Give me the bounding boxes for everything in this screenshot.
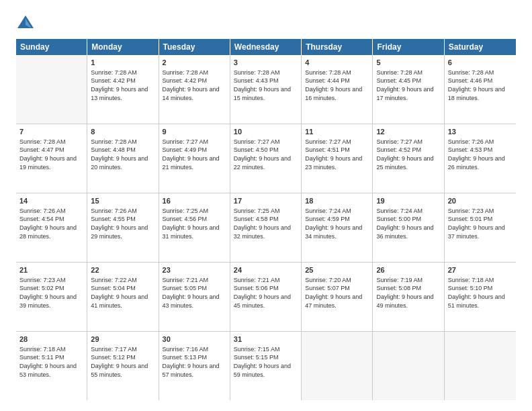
day-number: 7 <box>19 127 83 137</box>
day-header-saturday: Saturday <box>445 39 516 55</box>
day-number: 1 <box>91 58 154 68</box>
day-number: 28 <box>19 334 83 345</box>
day-cell-30: 30Sunrise: 7:16 AMSunset: 5:13 PMDayligh… <box>159 332 230 400</box>
day-cell-14: 14Sunrise: 7:26 AMSunset: 4:54 PMDayligh… <box>16 193 87 262</box>
day-info: Sunrise: 7:27 AMSunset: 4:49 PMDaylight:… <box>163 138 226 171</box>
calendar-week-4: 21Sunrise: 7:23 AMSunset: 5:02 PMDayligh… <box>16 263 516 332</box>
day-info: Sunrise: 7:28 AMSunset: 4:43 PMDaylight:… <box>234 68 298 102</box>
day-number: 20 <box>448 196 513 206</box>
day-number: 15 <box>91 196 154 206</box>
day-number: 17 <box>234 196 298 206</box>
day-number: 29 <box>91 334 154 345</box>
day-number: 2 <box>163 58 226 68</box>
day-number: 30 <box>163 334 226 345</box>
day-cell-31: 31Sunrise: 7:15 AMSunset: 5:15 PMDayligh… <box>230 332 302 400</box>
day-header-thursday: Thursday <box>302 39 373 55</box>
day-cell-9: 9Sunrise: 7:27 AMSunset: 4:49 PMDaylight… <box>159 124 230 193</box>
day-number: 3 <box>234 58 298 68</box>
day-cell-5: 5Sunrise: 7:28 AMSunset: 4:45 PMDaylight… <box>373 55 444 124</box>
day-info: Sunrise: 7:26 AMSunset: 4:55 PMDaylight:… <box>91 207 154 240</box>
day-number: 31 <box>234 334 298 345</box>
logo-icon <box>16 13 35 32</box>
day-info: Sunrise: 7:28 AMSunset: 4:44 PMDaylight:… <box>305 68 369 102</box>
calendar-week-1: 1Sunrise: 7:28 AMSunset: 4:42 PMDaylight… <box>16 55 516 124</box>
day-info: Sunrise: 7:24 AMSunset: 4:59 PMDaylight:… <box>305 207 369 240</box>
day-cell-11: 11Sunrise: 7:27 AMSunset: 4:51 PMDayligh… <box>302 124 373 193</box>
day-number: 25 <box>305 265 369 275</box>
day-info: Sunrise: 7:28 AMSunset: 4:47 PMDaylight:… <box>19 138 83 171</box>
day-cell-7: 7Sunrise: 7:28 AMSunset: 4:47 PMDaylight… <box>16 124 87 193</box>
day-header-wednesday: Wednesday <box>230 39 302 55</box>
day-number: 22 <box>91 265 154 275</box>
day-header-friday: Friday <box>373 39 444 55</box>
day-info: Sunrise: 7:23 AMSunset: 5:01 PMDaylight:… <box>448 207 513 240</box>
day-cell-3: 3Sunrise: 7:28 AMSunset: 4:43 PMDaylight… <box>230 55 302 124</box>
day-info: Sunrise: 7:23 AMSunset: 5:02 PMDaylight:… <box>19 276 83 310</box>
day-info: Sunrise: 7:16 AMSunset: 5:13 PMDaylight:… <box>163 345 226 379</box>
day-cell-26: 26Sunrise: 7:19 AMSunset: 5:08 PMDayligh… <box>373 263 444 331</box>
header <box>16 13 516 32</box>
day-info: Sunrise: 7:21 AMSunset: 5:06 PMDaylight:… <box>234 276 298 310</box>
day-cell-24: 24Sunrise: 7:21 AMSunset: 5:06 PMDayligh… <box>230 263 302 331</box>
empty-cell <box>302 332 373 400</box>
day-number: 23 <box>163 265 226 275</box>
day-cell-17: 17Sunrise: 7:25 AMSunset: 4:58 PMDayligh… <box>230 193 302 262</box>
page: SundayMondayTuesdayWednesdayThursdayFrid… <box>0 0 532 411</box>
day-number: 10 <box>234 127 298 137</box>
day-info: Sunrise: 7:25 AMSunset: 4:56 PMDaylight:… <box>163 207 226 240</box>
day-cell-10: 10Sunrise: 7:27 AMSunset: 4:50 PMDayligh… <box>230 124 302 193</box>
day-cell-13: 13Sunrise: 7:26 AMSunset: 4:53 PMDayligh… <box>445 124 516 193</box>
day-info: Sunrise: 7:19 AMSunset: 5:08 PMDaylight:… <box>376 276 440 310</box>
empty-cell <box>373 332 444 400</box>
day-cell-8: 8Sunrise: 7:28 AMSunset: 4:48 PMDaylight… <box>87 124 159 193</box>
calendar-week-3: 14Sunrise: 7:26 AMSunset: 4:54 PMDayligh… <box>16 193 516 263</box>
day-cell-4: 4Sunrise: 7:28 AMSunset: 4:44 PMDaylight… <box>302 55 373 124</box>
day-number: 13 <box>448 127 513 137</box>
day-number: 24 <box>234 265 298 275</box>
day-header-tuesday: Tuesday <box>159 39 230 55</box>
day-cell-15: 15Sunrise: 7:26 AMSunset: 4:55 PMDayligh… <box>87 193 159 262</box>
day-cell-22: 22Sunrise: 7:22 AMSunset: 5:04 PMDayligh… <box>87 263 159 331</box>
day-info: Sunrise: 7:26 AMSunset: 4:53 PMDaylight:… <box>448 138 513 171</box>
day-info: Sunrise: 7:27 AMSunset: 4:52 PMDaylight:… <box>376 138 440 171</box>
day-info: Sunrise: 7:28 AMSunset: 4:42 PMDaylight:… <box>163 68 226 102</box>
day-info: Sunrise: 7:26 AMSunset: 4:54 PMDaylight:… <box>19 207 83 240</box>
logo <box>16 13 38 32</box>
day-number: 21 <box>19 265 83 275</box>
day-cell-18: 18Sunrise: 7:24 AMSunset: 4:59 PMDayligh… <box>302 193 373 262</box>
day-cell-23: 23Sunrise: 7:21 AMSunset: 5:05 PMDayligh… <box>159 263 230 331</box>
day-info: Sunrise: 7:18 AMSunset: 5:11 PMDaylight:… <box>19 345 83 379</box>
day-info: Sunrise: 7:24 AMSunset: 5:00 PMDaylight:… <box>376 207 440 240</box>
day-cell-28: 28Sunrise: 7:18 AMSunset: 5:11 PMDayligh… <box>16 332 87 400</box>
day-info: Sunrise: 7:28 AMSunset: 4:48 PMDaylight:… <box>91 138 154 171</box>
day-cell-25: 25Sunrise: 7:20 AMSunset: 5:07 PMDayligh… <box>302 263 373 331</box>
empty-cell <box>445 332 516 400</box>
day-info: Sunrise: 7:22 AMSunset: 5:04 PMDaylight:… <box>91 276 154 310</box>
day-info: Sunrise: 7:17 AMSunset: 5:12 PMDaylight:… <box>91 345 154 379</box>
day-info: Sunrise: 7:25 AMSunset: 4:58 PMDaylight:… <box>234 207 298 240</box>
day-cell-19: 19Sunrise: 7:24 AMSunset: 5:00 PMDayligh… <box>373 193 444 262</box>
day-number: 4 <box>305 58 369 68</box>
day-info: Sunrise: 7:15 AMSunset: 5:15 PMDaylight:… <box>234 345 298 379</box>
day-number: 11 <box>305 127 369 137</box>
day-cell-2: 2Sunrise: 7:28 AMSunset: 4:42 PMDaylight… <box>159 55 230 124</box>
day-number: 16 <box>163 196 226 206</box>
day-info: Sunrise: 7:28 AMSunset: 4:42 PMDaylight:… <box>91 68 154 102</box>
day-number: 9 <box>163 127 226 137</box>
day-number: 8 <box>91 127 154 137</box>
day-info: Sunrise: 7:27 AMSunset: 4:50 PMDaylight:… <box>234 138 298 171</box>
calendar-body: 1Sunrise: 7:28 AMSunset: 4:42 PMDaylight… <box>16 55 516 400</box>
day-info: Sunrise: 7:21 AMSunset: 5:05 PMDaylight:… <box>163 276 226 310</box>
calendar-week-5: 28Sunrise: 7:18 AMSunset: 5:11 PMDayligh… <box>16 332 516 400</box>
day-header-sunday: Sunday <box>16 39 87 55</box>
day-info: Sunrise: 7:27 AMSunset: 4:51 PMDaylight:… <box>305 138 369 171</box>
day-number: 27 <box>448 265 513 275</box>
calendar-header: SundayMondayTuesdayWednesdayThursdayFrid… <box>16 39 516 55</box>
day-number: 12 <box>376 127 440 137</box>
day-header-monday: Monday <box>87 39 159 55</box>
day-cell-16: 16Sunrise: 7:25 AMSunset: 4:56 PMDayligh… <box>159 193 230 262</box>
day-info: Sunrise: 7:28 AMSunset: 4:45 PMDaylight:… <box>376 68 440 102</box>
day-number: 6 <box>448 58 513 68</box>
day-info: Sunrise: 7:28 AMSunset: 4:46 PMDaylight:… <box>448 68 513 102</box>
day-info: Sunrise: 7:20 AMSunset: 5:07 PMDaylight:… <box>305 276 369 310</box>
